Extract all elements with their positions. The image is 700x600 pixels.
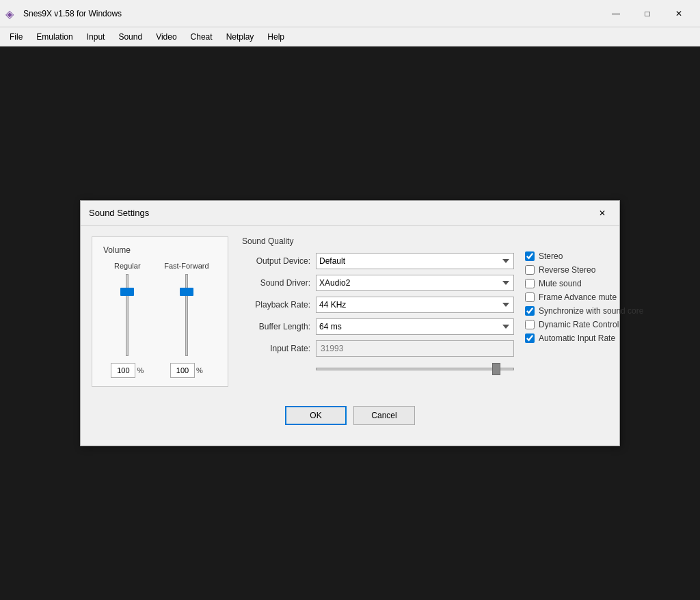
buffer-length-select[interactable]: 64 ms [316,318,514,335]
minimize-button[interactable]: — [600,3,632,25]
sound-driver-select[interactable]: XAudio2 [316,275,514,291]
dialog-footer: OK Cancel [81,398,619,436]
playback-rate-label: Playback Rate: [242,300,310,310]
input-rate-slider-thumb[interactable] [492,363,500,375]
mute-sound-label[interactable]: Mute sound [539,279,582,288]
regular-slider-col: Regular 100 % [111,262,144,378]
automatic-input-rate-checkbox-row: Automatic Input Rate [525,333,658,343]
frame-advance-mute-checkbox-row: Frame Advance mute [525,292,658,302]
sound-driver-row: Sound Driver: XAudio2 [242,275,514,291]
reverse-stereo-checkbox[interactable] [525,265,535,275]
fast-forward-label: Fast-Forward [164,262,208,270]
fast-forward-slider-col: Fast-Forward 100 % [164,262,208,378]
right-section: Sound Quality Output Device: Default Sou… [242,236,658,387]
menu-video[interactable]: Video [149,29,183,44]
fast-forward-value-row: 100 % [170,363,203,378]
maximize-button[interactable]: □ [632,3,663,25]
menu-bar: File Emulation Input Sound Video Cheat N… [0,27,700,46]
menu-cheat[interactable]: Cheat [184,29,219,44]
title-bar: ◈ Snes9X v1.58 for Windows — □ ✕ [0,0,700,27]
playback-rate-row: Playback Rate: 44 KHz [242,297,514,313]
automatic-input-rate-label[interactable]: Automatic Input Rate [539,333,615,343]
dialog-title: Sound Settings [89,208,149,218]
volume-heading: Volume [103,245,217,255]
mute-sound-checkbox-row: Mute sound [525,279,658,288]
regular-slider-thumb[interactable] [120,288,134,296]
checkboxes-section: Stereo Reverse Stereo Mute sound [525,236,658,387]
fast-forward-slider-thumb[interactable] [180,288,193,296]
sound-settings-dialog: Sound Settings ✕ Volume Regular [80,200,620,446]
output-device-row: Output Device: Default [242,253,514,269]
dialog-close-button[interactable]: ✕ [593,206,611,221]
automatic-input-rate-checkbox[interactable] [525,333,535,343]
ok-button[interactable]: OK [285,406,347,425]
reverse-stereo-checkbox-row: Reverse Stereo [525,265,658,275]
dialog-title-bar: Sound Settings ✕ [81,201,619,226]
stereo-checkbox-row: Stereo [525,251,658,261]
stereo-checkbox[interactable] [525,251,535,261]
title-bar-controls: — □ ✕ [600,3,695,25]
menu-input[interactable]: Input [80,29,112,44]
sound-quality-heading: Sound Quality [242,236,514,246]
dialog-body: Volume Regular 100 % [81,226,619,398]
input-rate-field[interactable] [316,340,514,357]
input-rate-row: Input Rate: [242,340,514,357]
cancel-button[interactable]: Cancel [353,406,415,425]
regular-label: Regular [114,262,141,270]
reverse-stereo-label[interactable]: Reverse Stereo [539,265,595,275]
dynamic-rate-control-checkbox-row: Dynamic Rate Control [525,320,658,329]
menu-sound[interactable]: Sound [111,29,149,44]
main-content: Sound Settings ✕ Volume Regular [0,46,700,600]
sound-driver-label: Sound Driver: [242,278,310,288]
fast-forward-slider-container[interactable] [178,274,195,356]
sync-sound-core-checkbox-row: Synchronize with sound core [525,306,658,316]
regular-slider-track [126,274,129,356]
volume-section: Volume Regular 100 % [92,236,228,387]
regular-value-box[interactable]: 100 [111,363,135,378]
title-bar-text: Snes9X v1.58 for Windows [23,9,600,18]
app-icon: ◈ [5,8,18,20]
regular-slider-container[interactable] [119,274,135,356]
output-device-select[interactable]: Default [316,253,514,269]
output-device-label: Output Device: [242,256,310,266]
fast-forward-unit: % [196,366,203,374]
menu-emulation[interactable]: Emulation [29,29,79,44]
fast-forward-value-box[interactable]: 100 [170,363,195,378]
sound-quality-section: Sound Quality Output Device: Default Sou… [242,236,514,387]
mute-sound-checkbox[interactable] [525,279,535,288]
regular-value-row: 100 % [111,363,144,378]
input-rate-slider-row [242,362,514,376]
sync-sound-core-checkbox[interactable] [525,306,535,316]
app-close-button[interactable]: ✕ [663,3,695,25]
menu-help[interactable]: Help [260,29,291,44]
menu-file[interactable]: File [3,29,29,44]
dynamic-rate-control-label[interactable]: Dynamic Rate Control [539,320,619,329]
input-rate-slider-track [316,368,514,370]
fast-forward-value: 100 [176,366,189,374]
buffer-length-row: Buffer Length: 64 ms [242,318,514,335]
buffer-length-label: Buffer Length: [242,322,310,331]
menu-netplay[interactable]: Netplay [219,29,261,44]
frame-advance-mute-checkbox[interactable] [525,292,535,302]
input-rate-label: Input Rate: [242,344,310,353]
sync-sound-core-label[interactable]: Synchronize with sound core [539,306,643,316]
frame-advance-mute-label[interactable]: Frame Advance mute [539,292,617,302]
volume-sliders: Regular 100 % [103,262,217,378]
sound-and-checks: Sound Quality Output Device: Default Sou… [242,236,658,387]
regular-unit: % [137,366,144,374]
input-rate-slider[interactable] [316,362,514,376]
fast-forward-slider-track [185,274,188,356]
playback-rate-select[interactable]: 44 KHz [316,297,514,313]
stereo-label[interactable]: Stereo [539,251,563,261]
regular-value: 100 [117,366,129,374]
dynamic-rate-control-checkbox[interactable] [525,320,535,329]
